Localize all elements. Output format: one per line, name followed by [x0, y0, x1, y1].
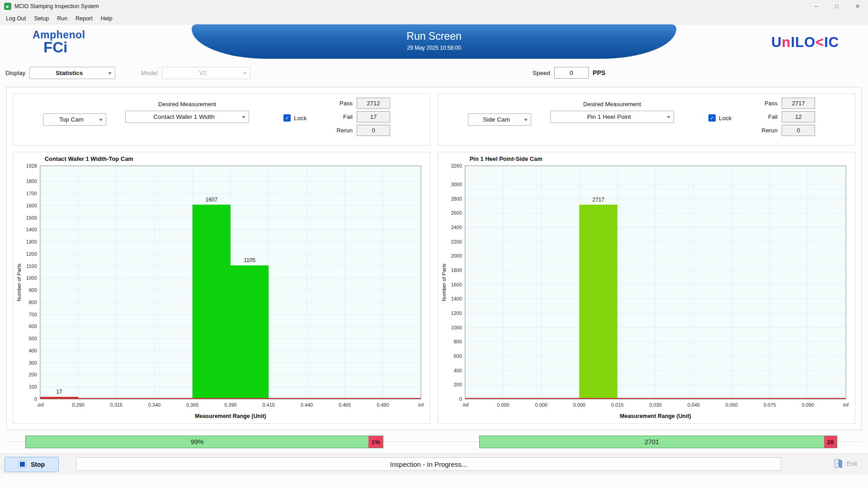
maximize-button[interactable]: □: [826, 0, 847, 13]
svg-text:0: 0: [459, 396, 462, 402]
svg-text:1700: 1700: [26, 191, 37, 196]
minimize-button[interactable]: –: [806, 0, 826, 13]
lock-checkbox[interactable]: ✓: [283, 114, 291, 122]
menu-report[interactable]: Report: [71, 13, 97, 24]
top-controls-row: Display Statistics Model V2 Speed PPS: [0, 62, 868, 83]
speed-input[interactable]: [554, 67, 589, 79]
svg-text:Measurement Range (Unit): Measurement Range (Unit): [195, 413, 266, 419]
left-measurement-select-value: Contact Wafer 1 Width: [153, 113, 214, 120]
svg-text:3260: 3260: [451, 163, 462, 169]
right-measurement-group: Desired Measurement Pin 1 Heel Point: [550, 101, 674, 123]
left-progress-fail: 1%: [368, 436, 383, 448]
pass-row: Pass 2712: [332, 98, 390, 109]
top-cam-select[interactable]: Top Cam: [43, 113, 106, 126]
page-title: Run Screen: [192, 30, 676, 42]
svg-text:Contact Wafer 1 Width-Top Cam: Contact Wafer 1 Width-Top Cam: [45, 155, 133, 162]
left-controls-box: Top Cam Desired Measurement Contact Wafe…: [13, 93, 430, 145]
svg-text:0.030: 0.030: [649, 402, 661, 408]
side-cam-select-value: Side Cam: [483, 116, 509, 123]
svg-text:0.365: 0.365: [186, 402, 198, 408]
svg-text:0.075: 0.075: [764, 402, 776, 408]
svg-text:400: 400: [454, 368, 462, 373]
rerun-row: Rerun 0: [332, 125, 390, 136]
exit-button-label: Exit: [847, 460, 857, 467]
svg-text:2400: 2400: [451, 225, 462, 230]
svg-text:0.465: 0.465: [339, 402, 351, 408]
brand-fci: FCi: [43, 39, 85, 56]
lock-checkbox[interactable]: ✓: [708, 114, 716, 122]
svg-text:1607: 1607: [206, 197, 218, 203]
svg-text:2600: 2600: [451, 210, 462, 216]
svg-text:3000: 3000: [451, 182, 462, 187]
menu-help[interactable]: Help: [97, 13, 117, 24]
exit-button[interactable]: Exit: [833, 458, 857, 469]
model-select: V2: [162, 67, 250, 79]
amphenol-fci-logo: Amphenol FCi: [33, 29, 85, 56]
svg-text:0: 0: [34, 396, 37, 402]
svg-text:800: 800: [454, 339, 462, 344]
left-progress-pass: 99%: [26, 436, 368, 448]
svg-text:Inf: Inf: [418, 402, 424, 408]
bottom-bar: Stop Inspection - In Progress... Exit: [0, 454, 868, 474]
unilogic-logo: UnILO<IC: [771, 34, 839, 51]
rerun-value: 0: [782, 125, 815, 136]
svg-text:600: 600: [29, 324, 37, 329]
svg-text:0.340: 0.340: [148, 402, 160, 408]
left-lock-group[interactable]: ✓ Lock: [283, 114, 307, 122]
svg-text:800: 800: [29, 300, 37, 305]
model-label: Model: [141, 70, 158, 76]
svg-text:1000: 1000: [26, 275, 37, 281]
window-controls: – □ ✕: [806, 0, 868, 13]
rerun-label: Rerun: [757, 127, 778, 134]
main-panel: Top Cam Desired Measurement Contact Wafe…: [6, 87, 862, 430]
right-progress-bar: 2701 28: [479, 436, 837, 448]
window-titlebar: ▶ MCIO Stamping Inspection System – □ ✕: [0, 0, 868, 13]
fail-label: Fail: [332, 113, 353, 120]
left-progress-bar: 99% 1%: [25, 436, 383, 448]
svg-text:1000: 1000: [451, 325, 462, 330]
fail-value: 17: [357, 111, 390, 122]
top-cam-select-value: Top Cam: [59, 116, 84, 123]
model-select-value: V2: [199, 70, 207, 76]
svg-text:700: 700: [29, 312, 37, 317]
menu-run[interactable]: Run: [53, 13, 71, 24]
stop-icon: [19, 460, 26, 468]
right-lock-group[interactable]: ✓ Lock: [708, 114, 732, 122]
stop-button[interactable]: Stop: [5, 457, 59, 472]
close-button[interactable]: ✕: [847, 0, 868, 13]
menu-setup[interactable]: Setup: [30, 13, 53, 24]
display-select-value: Statistics: [56, 70, 83, 76]
svg-text:1200: 1200: [26, 251, 37, 257]
fail-value: 12: [782, 111, 815, 122]
model-group: Model V2: [141, 67, 250, 79]
logo-part: IC: [824, 34, 839, 50]
svg-text:Number of Parts: Number of Parts: [16, 263, 22, 301]
svg-text:200: 200: [29, 372, 37, 377]
svg-text:300: 300: [29, 360, 37, 366]
status-text: Inspection - In Progress...: [390, 460, 467, 468]
svg-text:0.090: 0.090: [802, 402, 814, 408]
lock-label: Lock: [294, 115, 307, 122]
speed-unit-label: PPS: [593, 69, 605, 76]
measurement-label: Desired Measurement: [550, 101, 674, 108]
right-chart-box: 0200400600800100012001400160018002000220…: [438, 152, 855, 424]
display-select[interactable]: Statistics: [29, 67, 115, 79]
left-stats-group: Pass 2712 Fail 17 Rerun 0: [332, 98, 390, 136]
right-panel: Side Cam Desired Measurement Pin 1 Heel …: [438, 93, 855, 424]
svg-text:Measurement Range (Unit): Measurement Range (Unit): [620, 413, 691, 419]
side-cam-select[interactable]: Side Cam: [468, 113, 531, 126]
svg-text:1500: 1500: [26, 215, 37, 221]
progress-row: 99% 1% 2701 28: [6, 436, 862, 448]
speed-group: Speed PPS: [533, 67, 605, 79]
svg-text:0.000: 0.000: [497, 402, 509, 408]
stop-button-label: Stop: [31, 461, 45, 468]
svg-text:1400: 1400: [451, 296, 462, 301]
right-measurement-select[interactable]: Pin 1 Heel Point: [550, 111, 674, 123]
left-measurement-select[interactable]: Contact Wafer 1 Width: [125, 111, 249, 123]
histogram-pin1-heel-point: 0200400600800100012001400160018002000220…: [440, 154, 853, 422]
svg-text:0.490: 0.490: [377, 402, 389, 408]
svg-text:1600: 1600: [26, 203, 37, 208]
right-stats-group: Pass 2717 Fail 12 Rerun 0: [757, 98, 815, 136]
fail-row: Fail 12: [757, 111, 815, 122]
menu-logout[interactable]: Log Out: [2, 13, 30, 24]
